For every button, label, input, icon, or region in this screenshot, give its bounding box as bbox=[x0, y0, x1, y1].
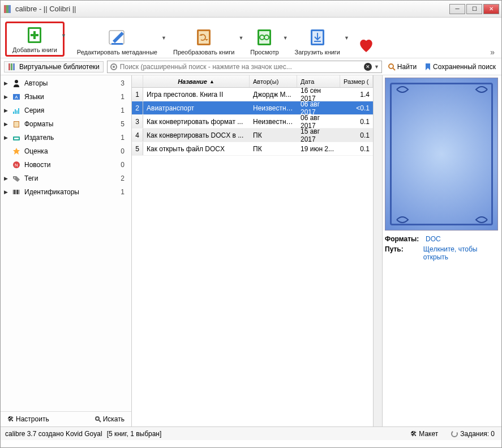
saved-search-button[interactable]: Сохраненный поиск bbox=[422, 62, 498, 72]
download-books-label: Загрузить книги bbox=[295, 49, 340, 56]
formats-value[interactable]: DOC bbox=[426, 235, 441, 243]
configure-button[interactable]: 🛠 Настроить bbox=[5, 414, 52, 424]
row-title: Авиатранспорт bbox=[143, 104, 250, 112]
svg-rect-20 bbox=[11, 63, 12, 70]
expand-arrow-icon[interactable]: ▶ bbox=[4, 189, 8, 195]
search-icon bbox=[388, 63, 396, 71]
row-title: Как открыть файл DOCX bbox=[143, 145, 250, 153]
table-row[interactable]: 4Как конвертировать DOCX в ...ПК15 авг 2… bbox=[132, 129, 373, 142]
expand-arrow-icon[interactable]: ▶ bbox=[4, 135, 8, 140]
convert-books-button[interactable]: Преобразовать книги ▼ bbox=[170, 26, 238, 57]
status-version: calibre 3.7 создано Kovid Goyal bbox=[5, 430, 102, 438]
table-row[interactable]: 1Игра престолов. Книга IIДжордж М...16 с… bbox=[132, 88, 373, 101]
barcode-icon bbox=[11, 187, 22, 197]
table-row[interactable]: 2АвиатранспортНеизвестный06 авг 2017<0.1 bbox=[132, 101, 373, 115]
col-size[interactable]: Размер ( bbox=[340, 75, 373, 87]
search-icon bbox=[95, 416, 101, 423]
search-tree-label: Искать bbox=[103, 415, 125, 423]
tree-item[interactable]: ▶Идентификаторы1 bbox=[1, 185, 131, 199]
book-metadata: Форматы: DOC Путь: Щелкните, чтобы откры… bbox=[385, 235, 499, 263]
find-button[interactable]: Найти bbox=[385, 62, 419, 72]
svg-rect-43 bbox=[17, 190, 18, 194]
vertical-scrollbar[interactable] bbox=[373, 75, 382, 426]
add-books-button[interactable]: Добавить книги ▼ bbox=[9, 24, 61, 54]
svg-point-45 bbox=[96, 417, 99, 420]
status-bar: calibre 3.7 создано Kovid Goyal [5 книг,… bbox=[1, 426, 501, 440]
view-button[interactable]: Просмотр ▼ bbox=[247, 26, 282, 57]
tree-item-label: Новости bbox=[24, 161, 118, 169]
tree-item[interactable]: ▶AЯзыки1 bbox=[1, 90, 131, 104]
search-box[interactable]: ✕ ▼ bbox=[107, 61, 382, 73]
jobs-label: Задания: 0 bbox=[460, 430, 495, 438]
edit-metadata-button[interactable]: Редактировать метаданные ▼ bbox=[74, 26, 161, 57]
search-input[interactable] bbox=[120, 63, 362, 71]
wrench-icon: 🛠 bbox=[7, 415, 14, 423]
donate-button[interactable] bbox=[353, 34, 380, 57]
row-size: <0.1 bbox=[340, 104, 373, 112]
wrench-icon: 🛠 bbox=[410, 430, 417, 438]
tree-item-count: 0 bbox=[121, 147, 128, 155]
tag-tree[interactable]: ▶Авторы3▶AЯзыки1▶Серия1▶Форматы5▶Издател… bbox=[1, 75, 131, 411]
svg-rect-42 bbox=[16, 190, 16, 194]
tree-item[interactable]: Оценка0 bbox=[1, 144, 131, 158]
tree-item[interactable]: NНовости0 bbox=[1, 158, 131, 172]
maximize-button[interactable]: ☐ bbox=[466, 4, 482, 14]
tree-item[interactable]: ▶Теги2 bbox=[1, 172, 131, 185]
path-value[interactable]: Щелкните, чтобы открыть bbox=[423, 245, 499, 261]
add-books-label: Добавить книги bbox=[12, 46, 57, 53]
svg-line-46 bbox=[99, 420, 101, 422]
tree-item-label: Языки bbox=[24, 93, 118, 101]
minimize-button[interactable]: ─ bbox=[449, 4, 465, 14]
row-author: Неизвестный bbox=[250, 104, 297, 112]
table-row[interactable]: 3Как конвертировать формат ...Неизвестны… bbox=[132, 115, 373, 129]
expand-arrow-icon[interactable]: ▶ bbox=[4, 121, 8, 127]
row-author: Джордж М... bbox=[250, 91, 297, 99]
row-date: 15 авг 2017 bbox=[297, 127, 340, 143]
virtual-libraries-button[interactable]: Виртуальные библиотеки bbox=[4, 61, 104, 72]
col-number[interactable] bbox=[132, 75, 143, 87]
svg-rect-41 bbox=[14, 190, 15, 194]
svg-text:A: A bbox=[15, 95, 18, 100]
toolbar-overflow-button[interactable]: » bbox=[488, 48, 497, 57]
convert-books-label: Преобразовать книги bbox=[173, 49, 234, 56]
books-icon bbox=[8, 63, 17, 71]
close-button[interactable]: ✕ bbox=[483, 4, 499, 14]
dropdown-arrow-icon[interactable]: ▼ bbox=[238, 35, 243, 41]
col-title[interactable]: Название▲ bbox=[143, 75, 250, 87]
table-row[interactable]: 5Как открыть файл DOCXПК19 июн 2...0.1 bbox=[132, 142, 373, 156]
tree-item[interactable]: ▶Авторы3 bbox=[1, 76, 131, 90]
gear-icon[interactable] bbox=[110, 63, 118, 71]
configure-label: Настроить bbox=[16, 415, 49, 423]
expand-arrow-icon[interactable]: ▶ bbox=[4, 108, 8, 113]
download-books-button[interactable]: Загрузить книги ▼ bbox=[291, 26, 344, 57]
tree-item-count: 2 bbox=[121, 174, 128, 182]
expand-arrow-icon[interactable]: ▶ bbox=[4, 176, 8, 181]
dropdown-arrow-icon[interactable]: ▼ bbox=[344, 35, 349, 41]
dropdown-arrow-icon[interactable]: ▼ bbox=[61, 33, 66, 39]
expand-arrow-icon[interactable]: ▶ bbox=[4, 94, 8, 100]
expand-arrow-icon[interactable]: ▶ bbox=[4, 80, 8, 86]
tree-item[interactable]: ▶Издатель1 bbox=[1, 131, 131, 144]
layout-button[interactable]: 🛠 Макет bbox=[408, 429, 440, 439]
search-tree-button[interactable]: Искать bbox=[92, 414, 127, 424]
svg-point-47 bbox=[452, 431, 457, 437]
dropdown-arrow-icon[interactable]: ▼ bbox=[161, 35, 166, 41]
row-title: Игра престолов. Книга II bbox=[143, 91, 250, 99]
tree-item[interactable]: ▶Форматы5 bbox=[1, 117, 131, 131]
row-title: Как конвертировать формат ... bbox=[143, 118, 250, 126]
jobs-button[interactable]: Задания: 0 bbox=[448, 429, 497, 439]
dropdown-arrow-icon[interactable]: ▼ bbox=[374, 64, 379, 70]
news-icon: N bbox=[11, 160, 22, 170]
tree-item[interactable]: ▶Серия1 bbox=[1, 104, 131, 117]
person-icon bbox=[11, 78, 22, 88]
svg-point-26 bbox=[15, 80, 18, 83]
clear-search-icon[interactable]: ✕ bbox=[364, 63, 372, 71]
status-count: [5 книг, 1 выбран] bbox=[107, 430, 162, 438]
view-icon bbox=[254, 27, 274, 48]
tree-item-count: 1 bbox=[121, 188, 128, 196]
dropdown-arrow-icon[interactable]: ▼ bbox=[283, 35, 288, 41]
col-author[interactable]: Автор(ы) bbox=[250, 75, 297, 87]
book-cover[interactable] bbox=[385, 78, 498, 231]
col-date[interactable]: Дата bbox=[297, 75, 340, 87]
tree-item-label: Форматы bbox=[24, 120, 118, 128]
